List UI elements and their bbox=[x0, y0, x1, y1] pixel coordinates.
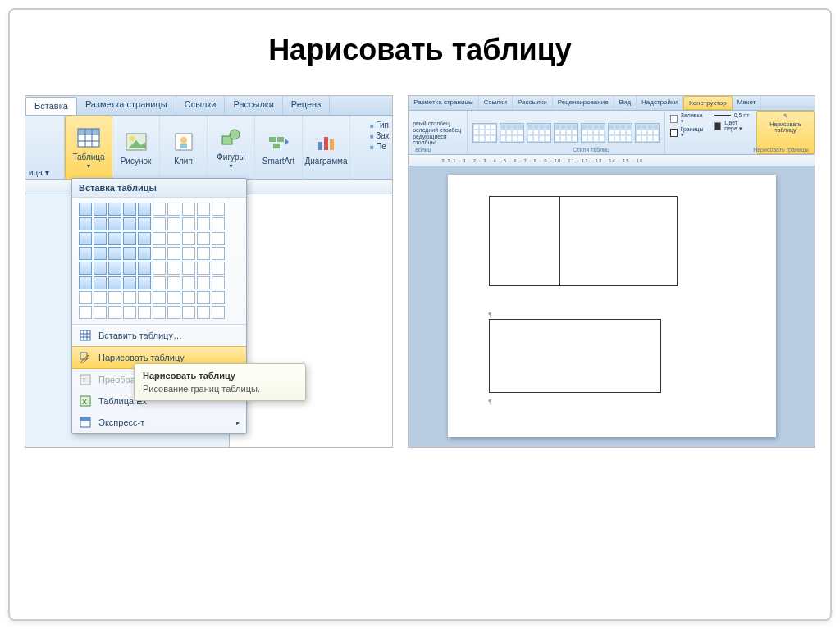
borders-button[interactable]: Границы ▾ bbox=[670, 126, 705, 139]
tab2-layout[interactable]: Макет bbox=[733, 96, 762, 110]
clip-button[interactable]: Клип bbox=[160, 116, 208, 180]
group-label-styles: Стили таблиц bbox=[573, 147, 609, 153]
shading-button[interactable]: Заливка ▾ bbox=[670, 112, 705, 125]
slide-title: Нарисовать таблицу bbox=[10, 10, 830, 77]
svg-rect-31 bbox=[80, 417, 90, 421]
svg-rect-15 bbox=[277, 137, 284, 142]
tab2-review[interactable]: Рецензирование bbox=[553, 96, 614, 110]
group-label-draw: Нарисовать границы bbox=[753, 147, 809, 153]
opt-banded[interactable]: редующиеся столбцы bbox=[413, 134, 463, 145]
tab-insert[interactable]: Вставка bbox=[25, 97, 77, 115]
excel-icon: X bbox=[79, 394, 92, 408]
hyperlink-trunc[interactable]: Гип bbox=[370, 121, 389, 130]
svg-point-10 bbox=[180, 137, 187, 144]
svg-rect-5 bbox=[78, 129, 99, 134]
style-thumb[interactable] bbox=[554, 123, 578, 143]
smartart-icon bbox=[267, 130, 291, 153]
quick-tables-label: Экспресс-т bbox=[98, 417, 144, 427]
table-button[interactable]: Таблица ▼ bbox=[65, 116, 112, 180]
svg-rect-20 bbox=[80, 330, 90, 340]
tab-pagelayout[interactable]: Разметка страницы bbox=[77, 96, 176, 115]
pages-label: ица ▾ bbox=[29, 168, 61, 177]
grid-cells[interactable] bbox=[79, 203, 240, 319]
picture-icon bbox=[124, 130, 148, 153]
picture-button[interactable]: Рисунок bbox=[112, 116, 160, 180]
word-insert-panel: Вставка Разметка страницы Ссылки Рассылк… bbox=[25, 95, 393, 448]
tab2-design[interactable]: Конструктор bbox=[683, 96, 733, 110]
panels: Вставка Разметка страницы Ссылки Рассылк… bbox=[10, 77, 830, 466]
submenu-arrow-icon: ▸ bbox=[236, 419, 240, 426]
tooltip: Нарисовать таблицу Рисование границ табл… bbox=[134, 363, 306, 401]
pen-group: 0,5 пт Цвет пера ▾ bbox=[710, 111, 756, 154]
ribbon: ица ▾ Таблица ▼ Рисунок bbox=[25, 116, 392, 180]
svg-point-7 bbox=[130, 136, 135, 141]
pen-width[interactable]: 0,5 пт bbox=[714, 112, 751, 118]
style-thumb[interactable] bbox=[527, 123, 551, 143]
tab2-pagelayout[interactable]: Разметка страницы bbox=[409, 96, 479, 110]
tab2-mailings[interactable]: Рассылки bbox=[513, 96, 553, 110]
style-thumb[interactable] bbox=[472, 123, 497, 143]
style-thumb[interactable] bbox=[581, 123, 605, 143]
ribbon-tabs-2: Разметка страницы Ссылки Рассылки Реценз… bbox=[409, 96, 815, 111]
clip-icon bbox=[171, 130, 196, 153]
fill-swatch-icon bbox=[670, 115, 678, 123]
svg-rect-19 bbox=[330, 139, 334, 150]
smartart-button[interactable]: SmartArt bbox=[255, 116, 303, 180]
tab-mailings[interactable]: Рассылки bbox=[225, 96, 282, 115]
quick-icon bbox=[79, 416, 92, 429]
draw-table-ribbon-label: Нарисовать таблицу bbox=[762, 121, 809, 133]
pencil-icon bbox=[79, 351, 92, 364]
insert-grid[interactable] bbox=[72, 198, 246, 324]
opt-firstcol[interactable]: рвый столбец bbox=[413, 121, 463, 126]
group-label-options: аблиц bbox=[415, 147, 431, 153]
paragraph-mark: ¶ bbox=[489, 398, 735, 406]
clip-label: Клип bbox=[174, 157, 193, 166]
style-thumb[interactable] bbox=[500, 123, 524, 143]
svg-rect-16 bbox=[273, 144, 280, 148]
chevron-down-icon: ▼ bbox=[228, 163, 234, 169]
svg-text:T: T bbox=[82, 376, 86, 384]
shapes-icon bbox=[219, 126, 244, 149]
tab2-references[interactable]: Ссылки bbox=[479, 96, 513, 110]
table-styles-gallery[interactable] bbox=[468, 111, 665, 154]
borders-label: Границы ▾ bbox=[681, 126, 705, 139]
document-area bbox=[229, 194, 392, 447]
svg-rect-17 bbox=[318, 142, 322, 150]
table-label: Таблица bbox=[72, 153, 104, 162]
picture-label: Рисунок bbox=[121, 157, 152, 166]
chevron-down-icon: ▼ bbox=[86, 163, 92, 169]
ribbon-pages-group: ица ▾ bbox=[25, 116, 65, 179]
svg-rect-14 bbox=[269, 137, 276, 142]
border-swatch-icon bbox=[670, 129, 678, 137]
tooltip-title: Нарисовать таблицу bbox=[143, 371, 297, 381]
tab-review[interactable]: Реценз bbox=[283, 96, 330, 115]
pen-color[interactable]: Цвет пера ▾ bbox=[714, 120, 751, 132]
style-thumb[interactable] bbox=[608, 123, 632, 143]
style-thumb[interactable] bbox=[635, 123, 660, 143]
paragraph-mark: ¶ bbox=[489, 311, 735, 319]
document-area-2: ¶ ¶ bbox=[409, 166, 815, 447]
penline-icon bbox=[714, 115, 731, 116]
tab2-view[interactable]: Вид bbox=[614, 96, 637, 110]
smartart-label: SmartArt bbox=[262, 157, 294, 166]
drawn-table-1[interactable] bbox=[489, 196, 678, 286]
crossref-trunc[interactable]: Пе bbox=[370, 142, 389, 151]
tab-references[interactable]: Ссылки bbox=[176, 96, 226, 115]
ribbon-group-illustrations: Таблица ▼ Рисунок Клип bbox=[65, 116, 350, 179]
truncated-buttons: Гип Зак Пе bbox=[367, 116, 392, 156]
insert-table-item[interactable]: Вставить таблицу… bbox=[72, 325, 246, 346]
chart-button[interactable]: Диаграмма bbox=[303, 116, 350, 180]
quick-tables-item[interactable]: Экспресс-т ▸ bbox=[72, 412, 246, 433]
shading-borders: Заливка ▾ Границы ▾ bbox=[665, 111, 710, 154]
tooltip-body: Рисование границ таблицы. bbox=[143, 384, 297, 394]
svg-text:X: X bbox=[82, 398, 87, 406]
pen-color-label: Цвет пера ▾ bbox=[724, 120, 751, 132]
dropdown-title: Вставка таблицы bbox=[72, 179, 246, 198]
drawn-table-2[interactable] bbox=[489, 319, 661, 393]
slide: Нарисовать таблицу Вставка Разметка стра… bbox=[8, 8, 832, 621]
opt-lastcol[interactable]: оследний столбец bbox=[413, 127, 463, 133]
ribbon-tabs: Вставка Разметка страницы Ссылки Рассылк… bbox=[25, 96, 392, 116]
shapes-button[interactable]: Фигуры ▼ bbox=[208, 116, 255, 180]
tab2-addins[interactable]: Надстройки bbox=[637, 96, 683, 110]
bookmark-trunc[interactable]: Зак bbox=[370, 131, 389, 140]
